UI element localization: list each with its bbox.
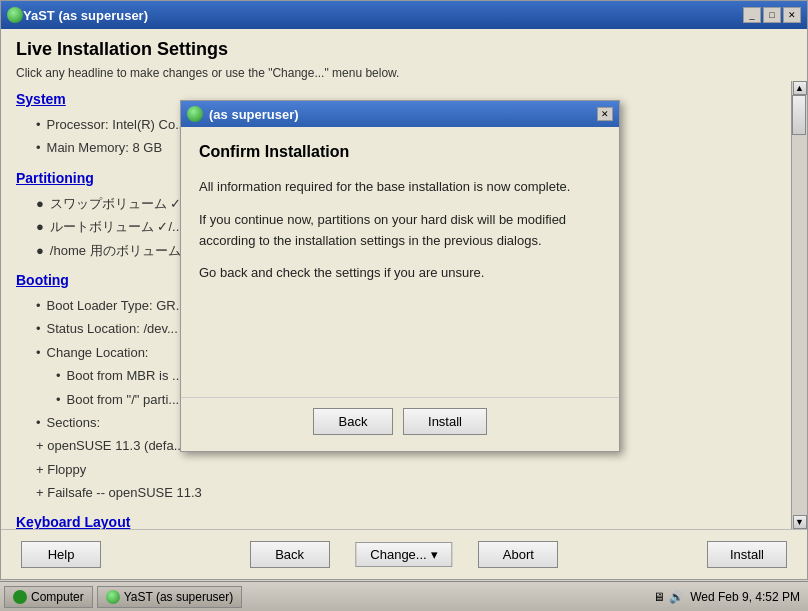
tray-icons: 🖥 🔊 <box>653 590 684 604</box>
window-title: YaST (as superuser) <box>23 8 148 23</box>
page-title: Live Installation Settings <box>16 39 792 60</box>
scroll-up-button[interactable]: ▲ <box>793 81 807 95</box>
taskbar-tray: 🖥 🔊 Wed Feb 9, 4:52 PM <box>653 590 804 604</box>
title-bar: YaST (as superuser) _ □ ✕ <box>1 1 807 29</box>
install-button[interactable]: Install <box>707 541 787 568</box>
list-item: + Failsafe -- openSUSE 11.3 <box>36 481 776 504</box>
scroll-thumb[interactable] <box>792 95 806 135</box>
computer-label: Computer <box>31 590 84 604</box>
scroll-down-button[interactable]: ▼ <box>793 515 807 529</box>
modal-back-button[interactable]: Back <box>313 408 393 435</box>
modal-paragraph-2: If you continue now, partitions on your … <box>199 210 601 252</box>
title-bar-left: YaST (as superuser) <box>7 7 148 23</box>
yast-label: YaST (as superuser) <box>124 590 234 604</box>
taskbar: Computer YaST (as superuser) 🖥 🔊 Wed Feb… <box>0 581 808 611</box>
section-keyboard-heading[interactable]: Keyboard Layout <box>16 514 776 529</box>
maximize-button[interactable]: □ <box>763 7 781 23</box>
modal-heading: Confirm Installation <box>199 143 601 161</box>
scroll-track <box>792 95 807 515</box>
modal-icon <box>187 106 203 122</box>
modal-dialog: (as superuser) ✕ Confirm Installation Al… <box>180 100 620 452</box>
modal-title-bar: (as superuser) ✕ <box>181 101 619 127</box>
list-item: + Floppy <box>36 458 776 481</box>
modal-install-button[interactable]: Install <box>403 408 487 435</box>
yast-icon <box>106 590 120 604</box>
modal-footer: Back Install <box>181 397 619 451</box>
taskbar-computer[interactable]: Computer <box>4 586 93 608</box>
modal-title: (as superuser) <box>209 107 299 122</box>
volume-icon: 🔊 <box>669 590 684 604</box>
bottom-bar: Help Back Change... ▾ Abort Install <box>1 529 807 579</box>
page-header: Live Installation Settings Click any hea… <box>1 29 807 80</box>
modal-close-button[interactable]: ✕ <box>597 107 613 121</box>
minimize-button[interactable]: _ <box>743 7 761 23</box>
help-button[interactable]: Help <box>21 541 101 568</box>
abort-button[interactable]: Abort <box>478 541 558 568</box>
page-subtitle: Click any headline to make changes or us… <box>16 66 792 80</box>
window-controls: _ □ ✕ <box>743 7 801 23</box>
back-button[interactable]: Back <box>250 541 330 568</box>
modal-title-left: (as superuser) <box>187 106 299 122</box>
modal-body: Confirm Installation All information req… <box>181 127 619 397</box>
scrollbar[interactable]: ▲ ▼ <box>791 81 807 529</box>
change-button[interactable]: Change... ▾ <box>355 542 452 567</box>
close-button[interactable]: ✕ <box>783 7 801 23</box>
network-icon: 🖥 <box>653 590 665 604</box>
app-icon <box>7 7 23 23</box>
modal-paragraph-1: All information required for the base in… <box>199 177 601 198</box>
modal-paragraph-3: Go back and check the settings if you ar… <box>199 263 601 284</box>
computer-icon <box>13 590 27 604</box>
clock: Wed Feb 9, 4:52 PM <box>690 590 800 604</box>
taskbar-yast[interactable]: YaST (as superuser) <box>97 586 243 608</box>
